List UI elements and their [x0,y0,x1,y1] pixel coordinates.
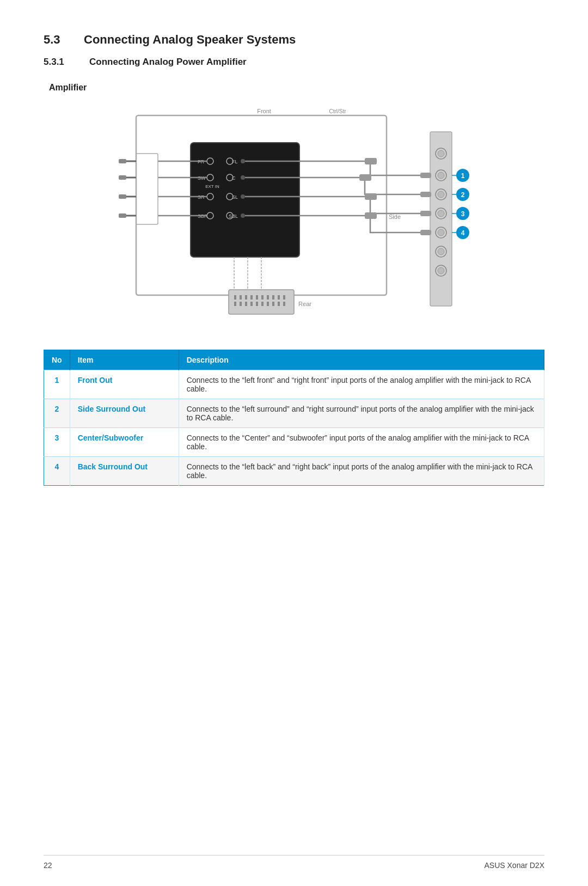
svg-rect-48 [359,174,371,181]
svg-rect-50 [365,193,377,200]
cell-no: 2 [44,399,70,428]
col-description: Description [179,350,544,370]
svg-rect-78 [261,302,264,306]
subsection-heading: 5.3.1 Connecting Analog Power Amplifier [44,57,544,68]
svg-rect-81 [278,302,280,306]
svg-rect-51 [420,211,431,216]
subsection-number: 5.3.1 [44,57,76,68]
amplifier-label: Amplifier [49,83,544,93]
svg-rect-52 [365,212,377,219]
svg-rect-69 [267,295,269,300]
svg-rect-27 [119,159,126,163]
svg-point-19 [241,213,245,218]
page: 5.3 Connecting Analog Speaker Systems 5.… [0,0,588,886]
svg-point-35 [438,191,444,198]
cell-no: 1 [44,370,70,399]
svg-point-4 [241,159,245,163]
svg-rect-65 [245,295,247,300]
product-name: ASUS Xonar D2X [485,861,545,870]
svg-rect-67 [256,295,258,300]
svg-rect-76 [250,302,253,306]
svg-rect-79 [267,302,269,306]
diagram-svg: Front Ctrl/Str Side Rear FR FL SW [103,99,485,328]
info-table: No Item Description 1 Front Out Connects… [44,350,544,486]
side-label: Side [389,213,401,220]
svg-point-41 [438,150,444,157]
table-header: No Item Description [44,350,544,370]
svg-point-43 [438,248,444,255]
ext-in-label: EXT IN [205,184,219,189]
svg-rect-74 [240,302,242,306]
svg-rect-28 [119,175,126,180]
cell-item: Center/Subwoofer [70,428,179,457]
svg-rect-66 [250,295,253,300]
svg-rect-68 [261,295,264,300]
cell-description: Connects to the “Center” and “subwoofer”… [179,428,544,457]
col-item: Item [70,350,179,370]
cell-description: Connects to the “left front” and “right … [179,370,544,399]
cell-description: Connects to the “left surround” and “rig… [179,399,544,428]
footer: 22 ASUS Xonar D2X [44,855,544,870]
svg-rect-47 [420,173,431,178]
svg-point-14 [241,194,245,199]
cell-item: Side Surround Out [70,399,179,428]
col-no: No [44,350,70,370]
page-number: 22 [44,861,52,870]
svg-rect-53 [420,230,431,235]
rear-label: Rear [298,301,311,307]
svg-rect-72 [283,295,285,300]
section-title: Connecting Analog Speaker Systems [84,33,296,47]
svg-rect-82 [283,302,285,306]
front-label: Front [257,108,271,114]
svg-rect-77 [256,302,258,306]
section-number: 5.3 [44,33,71,47]
svg-rect-73 [234,302,236,306]
svg-rect-70 [272,295,274,300]
table-body: 1 Front Out Connects to the “left front”… [44,370,544,486]
cell-no: 4 [44,457,70,486]
cell-description: Connects to the “left back” and “right b… [179,457,544,486]
badge-3: 3 [461,210,465,218]
svg-point-9 [241,175,245,180]
badge-1: 1 [461,172,465,180]
subsection-title: Connecting Analog Power Amplifier [89,57,247,68]
svg-rect-49 [420,192,431,197]
svg-rect-63 [234,295,236,300]
cell-item: Back Surround Out [70,457,179,486]
svg-rect-46 [365,158,377,164]
table-row: 4 Back Surround Out Connects to the “lef… [44,457,544,486]
badge-2: 2 [461,191,465,199]
table-row: 2 Side Surround Out Connects to the “lef… [44,399,544,428]
svg-point-37 [438,210,444,217]
cell-no: 3 [44,428,70,457]
section-heading: 5.3 Connecting Analog Speaker Systems [44,33,544,47]
svg-rect-29 [119,194,126,199]
cell-item: Front Out [70,370,179,399]
svg-rect-30 [119,213,126,218]
svg-rect-22 [136,154,158,224]
badge-4: 4 [461,229,465,237]
table-row: 1 Front Out Connects to the “left front”… [44,370,544,399]
diagram-area: Front Ctrl/Str Side Rear FR FL SW [44,99,544,328]
svg-point-33 [438,172,444,179]
svg-point-45 [438,267,444,274]
svg-rect-71 [278,295,280,300]
table-row: 3 Center/Subwoofer Connects to the “Cent… [44,428,544,457]
svg-rect-64 [240,295,242,300]
ctrl-label: Ctrl/Str [329,108,346,114]
svg-point-39 [438,229,444,236]
svg-rect-80 [272,302,274,306]
svg-rect-75 [245,302,247,306]
